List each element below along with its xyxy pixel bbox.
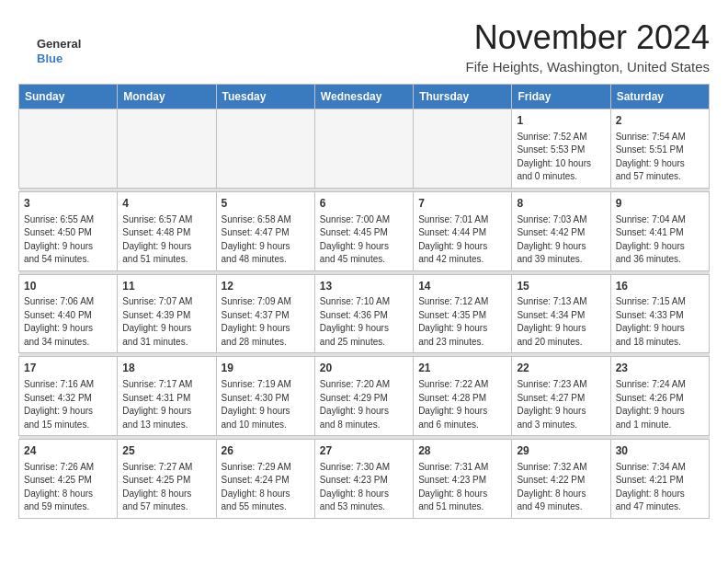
day-number: 29 [517, 443, 605, 459]
calendar-day-cell [216, 109, 314, 189]
calendar-day-cell: 13Sunrise: 7:10 AM Sunset: 4:36 PM Dayli… [314, 274, 413, 353]
day-number: 24 [24, 443, 112, 459]
calendar-day-cell: 23Sunrise: 7:24 AM Sunset: 4:26 PM Dayli… [610, 357, 709, 436]
weekday-header: Wednesday [314, 85, 413, 109]
day-number: 7 [418, 196, 506, 212]
calendar-day-cell [118, 109, 216, 189]
calendar-day-cell: 19Sunrise: 7:19 AM Sunset: 4:30 PM Dayli… [216, 357, 314, 436]
calendar-day-cell: 15Sunrise: 7:13 AM Sunset: 4:34 PM Dayli… [512, 274, 610, 353]
day-info: Sunrise: 7:30 AM Sunset: 4:23 PM Dayligh… [320, 461, 408, 514]
weekday-header: Saturday [610, 85, 709, 109]
weekday-header: Friday [512, 85, 610, 109]
calendar-day-cell [414, 109, 512, 189]
calendar-day-cell: 1Sunrise: 7:52 AM Sunset: 5:53 PM Daylig… [512, 109, 610, 189]
location-title: Fife Heights, Washington, United States [466, 59, 710, 75]
calendar-day-cell: 5Sunrise: 6:58 AM Sunset: 4:47 PM Daylig… [216, 191, 314, 270]
day-number: 21 [418, 361, 506, 376]
day-number: 26 [222, 443, 310, 459]
calendar-day-cell: 30Sunrise: 7:34 AM Sunset: 4:21 PM Dayli… [610, 440, 709, 519]
day-info: Sunrise: 7:31 AM Sunset: 4:23 PM Dayligh… [418, 461, 506, 514]
calendar-day-cell: 9Sunrise: 7:04 AM Sunset: 4:41 PM Daylig… [610, 191, 709, 270]
day-number: 17 [24, 361, 112, 376]
calendar-day-cell: 7Sunrise: 7:01 AM Sunset: 4:44 PM Daylig… [414, 191, 512, 270]
day-info: Sunrise: 6:58 AM Sunset: 4:47 PM Dayligh… [222, 213, 310, 267]
calendar-day-cell: 10Sunrise: 7:06 AM Sunset: 4:40 PM Dayli… [19, 274, 118, 353]
logo: General Blue General Blue General Blue [18, 18, 101, 64]
day-number: 13 [320, 279, 408, 294]
weekday-header: Tuesday [216, 85, 314, 109]
calendar-day-cell: 24Sunrise: 7:26 AM Sunset: 4:25 PM Dayli… [19, 440, 118, 519]
calendar-day-cell: 4Sunrise: 6:57 AM Sunset: 4:48 PM Daylig… [118, 191, 216, 270]
day-info: Sunrise: 7:07 AM Sunset: 4:39 PM Dayligh… [122, 295, 210, 349]
calendar-day-cell: 25Sunrise: 7:27 AM Sunset: 4:25 PM Dayli… [118, 440, 216, 519]
calendar-day-cell: 14Sunrise: 7:12 AM Sunset: 4:35 PM Dayli… [414, 274, 512, 353]
month-title: November 2024 [466, 18, 710, 57]
day-info: Sunrise: 7:06 AM Sunset: 4:40 PM Dayligh… [24, 295, 112, 349]
weekday-header: Sunday [19, 85, 118, 109]
day-info: Sunrise: 7:03 AM Sunset: 4:42 PM Dayligh… [517, 213, 605, 267]
day-number: 28 [418, 443, 506, 459]
calendar-day-cell: 27Sunrise: 7:30 AM Sunset: 4:23 PM Dayli… [314, 440, 413, 519]
day-info: Sunrise: 7:01 AM Sunset: 4:44 PM Dayligh… [418, 213, 506, 267]
title-area: November 2024 Fife Heights, Washington, … [466, 18, 710, 75]
day-number: 8 [517, 196, 605, 212]
day-number: 30 [616, 443, 704, 459]
calendar-day-cell [19, 109, 118, 189]
day-info: Sunrise: 7:32 AM Sunset: 4:22 PM Dayligh… [517, 461, 605, 514]
day-info: Sunrise: 6:55 AM Sunset: 4:50 PM Dayligh… [24, 213, 112, 267]
calendar-week-row: 24Sunrise: 7:26 AM Sunset: 4:25 PM Dayli… [19, 440, 710, 519]
day-number: 1 [517, 113, 605, 129]
day-number: 4 [122, 196, 210, 212]
calendar-day-cell: 28Sunrise: 7:31 AM Sunset: 4:23 PM Dayli… [414, 440, 512, 519]
weekday-header: Monday [118, 85, 216, 109]
day-info: Sunrise: 7:29 AM Sunset: 4:24 PM Dayligh… [222, 461, 310, 514]
day-number: 3 [24, 196, 112, 212]
day-number: 14 [418, 279, 506, 294]
calendar-day-cell [314, 109, 413, 189]
calendar-day-cell: 3Sunrise: 6:55 AM Sunset: 4:50 PM Daylig… [19, 191, 118, 270]
day-number: 15 [517, 279, 605, 294]
day-number: 20 [320, 361, 408, 376]
day-info: Sunrise: 7:09 AM Sunset: 4:37 PM Dayligh… [222, 295, 310, 349]
day-number: 25 [122, 443, 210, 459]
day-info: Sunrise: 7:24 AM Sunset: 4:26 PM Dayligh… [616, 378, 704, 431]
day-info: Sunrise: 7:19 AM Sunset: 4:30 PM Dayligh… [222, 378, 310, 431]
day-info: Sunrise: 7:16 AM Sunset: 4:32 PM Dayligh… [24, 378, 112, 431]
calendar-week-row: 17Sunrise: 7:16 AM Sunset: 4:32 PM Dayli… [19, 357, 710, 436]
calendar-day-cell: 29Sunrise: 7:32 AM Sunset: 4:22 PM Dayli… [512, 440, 610, 519]
day-info: Sunrise: 7:04 AM Sunset: 4:41 PM Dayligh… [616, 213, 704, 267]
calendar-day-cell: 21Sunrise: 7:22 AM Sunset: 4:28 PM Dayli… [414, 357, 512, 436]
day-number: 2 [616, 113, 704, 129]
day-info: Sunrise: 7:27 AM Sunset: 4:25 PM Dayligh… [122, 461, 210, 514]
day-info: Sunrise: 7:26 AM Sunset: 4:25 PM Dayligh… [24, 461, 112, 514]
day-number: 6 [320, 196, 408, 212]
day-number: 19 [222, 361, 310, 376]
day-number: 9 [616, 196, 704, 212]
day-info: Sunrise: 7:20 AM Sunset: 4:29 PM Dayligh… [320, 378, 408, 431]
day-number: 23 [616, 361, 704, 376]
day-info: Sunrise: 7:12 AM Sunset: 4:35 PM Dayligh… [418, 295, 506, 349]
day-info: Sunrise: 7:34 AM Sunset: 4:21 PM Dayligh… [616, 461, 704, 514]
day-info: Sunrise: 7:22 AM Sunset: 4:28 PM Dayligh… [418, 378, 506, 431]
day-number: 11 [122, 279, 210, 294]
calendar-day-cell: 20Sunrise: 7:20 AM Sunset: 4:29 PM Dayli… [314, 357, 413, 436]
calendar-week-row: 3Sunrise: 6:55 AM Sunset: 4:50 PM Daylig… [19, 191, 710, 270]
day-info: Sunrise: 7:17 AM Sunset: 4:31 PM Dayligh… [122, 378, 210, 431]
day-number: 16 [616, 279, 704, 294]
day-info: Sunrise: 7:00 AM Sunset: 4:45 PM Dayligh… [320, 213, 408, 267]
day-number: 18 [122, 361, 210, 376]
calendar-week-row: 1Sunrise: 7:52 AM Sunset: 5:53 PM Daylig… [19, 109, 710, 189]
calendar-day-cell: 8Sunrise: 7:03 AM Sunset: 4:42 PM Daylig… [512, 191, 610, 270]
day-info: Sunrise: 7:54 AM Sunset: 5:51 PM Dayligh… [616, 131, 704, 184]
day-number: 5 [222, 196, 310, 212]
calendar-day-cell: 12Sunrise: 7:09 AM Sunset: 4:37 PM Dayli… [216, 274, 314, 353]
calendar-day-cell: 18Sunrise: 7:17 AM Sunset: 4:31 PM Dayli… [118, 357, 216, 436]
calendar-week-row: 10Sunrise: 7:06 AM Sunset: 4:40 PM Dayli… [19, 274, 710, 353]
day-info: Sunrise: 7:52 AM Sunset: 5:53 PM Dayligh… [517, 131, 605, 184]
day-number: 22 [517, 361, 605, 376]
day-number: 12 [222, 279, 310, 294]
calendar-day-cell: 22Sunrise: 7:23 AM Sunset: 4:27 PM Dayli… [512, 357, 610, 436]
calendar-day-cell: 16Sunrise: 7:15 AM Sunset: 4:33 PM Dayli… [610, 274, 709, 353]
day-info: Sunrise: 7:13 AM Sunset: 4:34 PM Dayligh… [517, 295, 605, 349]
calendar-table: SundayMondayTuesdayWednesdayThursdayFrid… [18, 84, 710, 519]
